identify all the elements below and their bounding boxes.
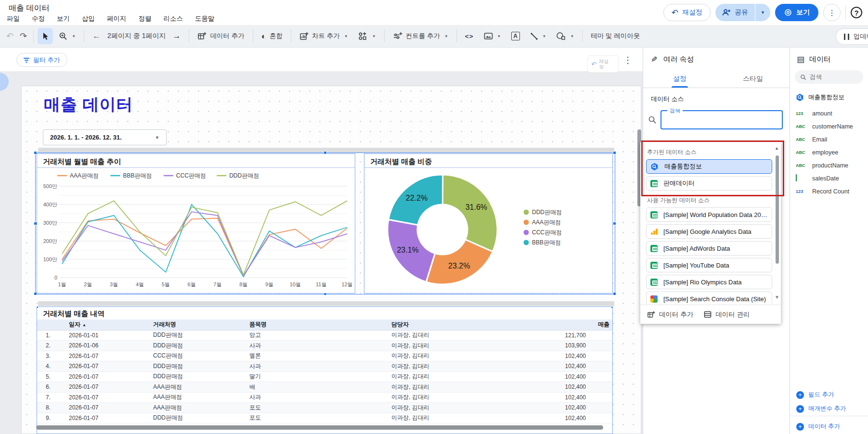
add-control-button[interactable]: 컨트롤 추가 ▼ (389, 28, 453, 44)
column-header-index[interactable] (37, 319, 66, 330)
document-title[interactable]: 매출 데이터 (9, 3, 49, 13)
redo-button[interactable]: ↷ (17, 28, 29, 44)
more-options-button[interactable]: ⋮ (823, 4, 841, 21)
select-tool-button[interactable] (38, 28, 53, 44)
prev-page-button[interactable]: ← (88, 28, 105, 44)
data-source-item-sample[interactable]: [Sample] YouTube Data (646, 258, 772, 272)
table-row[interactable]: 9.2026-01-07DDD판매점포도이과장, 김대리102,400 (37, 413, 612, 423)
selection-handle[interactable] (613, 222, 616, 225)
add-data-button-panel[interactable]: + 데이터 추가 (790, 416, 868, 434)
add-field-button[interactable]: + 필드 추가 (790, 388, 868, 402)
text-box-button[interactable]: A (507, 28, 524, 44)
footer-add-data-button[interactable]: 데이터 추가 (647, 310, 693, 319)
menu-item-도움말[interactable]: 도움말 (195, 14, 215, 23)
field-customerName[interactable]: ABCcustomerName (790, 120, 868, 133)
selection-drag-strip[interactable] (38, 301, 614, 306)
line-chart-widget[interactable]: 거래처별 월별 매출 추이 0100만200만300만400만500만1월2월3… (37, 153, 355, 294)
menu-item-보기[interactable]: 보기 (57, 14, 70, 23)
reset-button[interactable]: ↶ 재설정 (663, 4, 711, 21)
menu-item-파일[interactable]: 파일 (7, 14, 20, 23)
data-source-item-sample[interactable]: [Sample] World Population Data 2005 - ..… (646, 207, 772, 222)
blend-button[interactable]: ◐ 혼합 (257, 28, 287, 44)
column-header-품목명[interactable]: 품목명 (246, 319, 389, 330)
table-row[interactable]: 1.2026-01-01DDD판매점망고이과장, 김대리121,700 (37, 330, 612, 341)
field-employee[interactable]: ABCemployee (790, 146, 868, 159)
menu-item-정렬[interactable]: 정렬 (139, 14, 152, 23)
add-data-button[interactable]: 데이터 추가 (193, 28, 248, 44)
selection-drag-strip[interactable] (38, 148, 614, 153)
share-button[interactable]: 공유 ▼ (715, 4, 770, 21)
data-source-search-input[interactable]: 검색 (661, 110, 783, 129)
donut-chart-widget[interactable]: 거래처별 매출 비중 31.6%23.2%23.1%22.2%DDD판매점AAA… (364, 153, 613, 294)
menu-item-수정[interactable]: 수정 (32, 14, 45, 23)
pause-updates-button[interactable]: 업데이트 일 (836, 28, 868, 45)
theme-layout-button[interactable]: 테마 및 레이아웃 (586, 28, 644, 44)
scroll-down-icon[interactable]: ▼ (775, 294, 779, 300)
side-helper-bubble[interactable] (0, 73, 9, 91)
canvas-reset-button[interactable]: ↶ 재설정 (587, 55, 619, 73)
table-row[interactable]: 2.2026-01-06DDD판매점사과이과장, 김대리103,900 (37, 341, 612, 351)
table-row[interactable]: 8.2026-01-07AAA판매점포도이과장, 김대리102,400 (37, 403, 612, 413)
shape-tool-button[interactable]: ▼ (552, 28, 578, 44)
table-header-row[interactable]: 일자▲거래처명품목명담당자매출 (37, 319, 612, 330)
canvas-more-options-icon[interactable]: ⋮ (623, 55, 632, 65)
undo-button[interactable]: ↶ (4, 28, 16, 44)
data-source-item-sample[interactable]: [Sample] Google Analytics Data (646, 224, 772, 239)
line-series-AAA판매점[interactable] (62, 218, 347, 276)
community-visualizations-button[interactable]: ▼ (354, 28, 380, 44)
data-source-item-판매데이터[interactable]: 판매데이터 (646, 176, 772, 191)
report-page[interactable]: 매출 데이터 2026. 1. 1. - 2026. 12. 31. ▼ 거래처… (21, 86, 641, 434)
field-search-input[interactable]: 검색 (795, 70, 863, 84)
add-filter-button[interactable]: 필터 추가 (16, 53, 67, 67)
field-amount[interactable]: 123amount (790, 107, 868, 120)
page-indicator[interactable]: 2페이지 중 1페이지 (106, 28, 167, 44)
help-icon[interactable]: ? (851, 7, 862, 18)
view-button[interactable]: 보기 (775, 4, 818, 21)
data-source-item-sample[interactable]: [Sample] Search Console Data (Site) (646, 292, 772, 306)
line-series-CCC판매점[interactable] (62, 212, 347, 276)
line-chart[interactable]: 0100만200만300만400만500만1월2월3월4월5월6월7월8월9월1… (37, 168, 355, 292)
embed-button[interactable]: <> (461, 28, 478, 44)
line-tool-button[interactable]: ▼ (526, 28, 551, 44)
dropdown-scrollbar[interactable] (776, 155, 779, 264)
selection-handle[interactable] (611, 306, 613, 308)
data-source-row[interactable]: 매출통합정보 (790, 91, 868, 103)
donut-slice-DDD판매점[interactable] (442, 175, 497, 252)
scroll-up-icon[interactable]: ▲ (775, 146, 779, 151)
horizontal-scrollbar[interactable] (36, 425, 603, 430)
column-header-일자[interactable]: 일자▲ (66, 319, 150, 330)
add-parameter-button[interactable]: + 매개변수 추가 (790, 402, 868, 416)
table-row[interactable]: 6.2026-01-07AAA판매점배이과장, 김대리102,400 (37, 382, 612, 393)
add-chart-button[interactable]: 차트 추가 ▼ (295, 28, 352, 44)
selection-handle[interactable] (37, 306, 39, 308)
table-row[interactable]: 3.2026-01-07CCC판매점멜론이과장, 김대리102,400 (37, 351, 612, 361)
date-range-control[interactable]: 2026. 1. 1. - 2026. 12. 31. ▼ (43, 129, 167, 145)
menu-item-삽입[interactable]: 삽입 (82, 14, 95, 23)
line-series-DDD판매점[interactable] (62, 201, 347, 275)
column-header-담당자[interactable]: 담당자 (389, 319, 540, 330)
line-series-BBB판매점[interactable] (62, 204, 347, 277)
table-row[interactable]: 7.2026-01-07AAA판매점사과이과장, 김대리102,400 (37, 392, 612, 403)
report-title-text[interactable]: 매출 데이터 (44, 94, 133, 116)
table-row[interactable]: 4.2026-01-07DDD판매점사과이과장, 김대리102,400 (37, 361, 612, 372)
column-header-매출[interactable]: 매출 (540, 319, 612, 330)
data-source-item-sample[interactable]: [Sample] AdWords Data (646, 241, 772, 255)
selection-handle[interactable] (613, 292, 616, 295)
share-main[interactable]: 공유 (715, 4, 755, 21)
zoom-tool-button[interactable]: ▼ (54, 28, 80, 44)
tab-style[interactable]: 스타일 (716, 70, 790, 88)
image-button[interactable]: ▼ (479, 28, 505, 44)
field-Email[interactable]: ABCEmail (790, 133, 868, 146)
share-dropdown-caret[interactable]: ▼ (755, 4, 770, 21)
footer-manage-data-button[interactable]: 데이터 관리 (704, 310, 750, 319)
donut-chart[interactable]: 31.6%23.2%23.1%22.2%DDD판매점AAA판매점CCC판매점BB… (364, 168, 612, 292)
data-source-item-sample[interactable]: [Sample] Rio Olympics Data (646, 275, 772, 289)
menu-item-페이지[interactable]: 페이지 (107, 14, 127, 23)
table-widget[interactable]: 거래처별 매출 내역 일자▲거래처명품목명담당자매출 1.2026-01-01D… (37, 306, 613, 434)
field-productName[interactable]: ABCproductName (790, 159, 868, 172)
field-Record Count[interactable]: 123Record Count (790, 185, 868, 198)
table-row[interactable]: 5.2026-01-07DDD판매점딸기이과장, 김대리102,400 (37, 371, 612, 382)
menu-item-리소스[interactable]: 리소스 (164, 14, 183, 23)
next-page-button[interactable]: → (168, 28, 185, 44)
data-source-item-매출통합정보[interactable]: 매출통합정보 (646, 159, 772, 174)
